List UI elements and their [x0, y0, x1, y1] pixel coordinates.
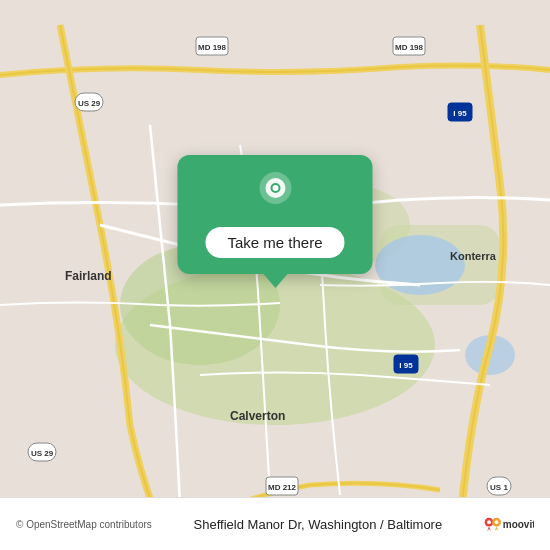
popup-card: Take me there: [177, 155, 372, 274]
bottom-bar: © OpenStreetMap contributors Sheffield M…: [0, 497, 550, 550]
osm-attribution: © OpenStreetMap contributors: [16, 519, 152, 530]
svg-point-29: [272, 185, 278, 191]
address-section: Sheffield Manor Dr, Washington / Baltimo…: [152, 515, 484, 533]
svg-point-32: [487, 520, 491, 524]
moovit-icon: moovit: [484, 508, 534, 540]
take-me-there-button[interactable]: Take me there: [205, 227, 344, 258]
svg-point-34: [495, 520, 499, 524]
svg-text:Fairland: Fairland: [65, 269, 112, 283]
attribution-section: © OpenStreetMap contributors: [16, 519, 152, 530]
map-container: MD 198 US 29 MD 198 I 95 I 95 MD 212 US …: [0, 0, 550, 550]
svg-text:I 95: I 95: [399, 361, 413, 370]
svg-text:Calverton: Calverton: [230, 409, 285, 423]
svg-text:MD 198: MD 198: [198, 43, 227, 52]
svg-text:US 1: US 1: [490, 483, 508, 492]
svg-text:I 95: I 95: [453, 109, 467, 118]
svg-text:US 29: US 29: [31, 449, 54, 458]
svg-text:MD 198: MD 198: [395, 43, 424, 52]
address-text: Sheffield Manor Dr, Washington / Baltimo…: [194, 517, 443, 532]
svg-text:Konterra: Konterra: [450, 250, 497, 262]
moovit-logo: moovit: [484, 508, 534, 540]
svg-text:US 29: US 29: [78, 99, 101, 108]
location-pin-icon: [251, 169, 299, 217]
svg-text:moovit: moovit: [503, 519, 534, 530]
svg-text:MD 212: MD 212: [268, 483, 297, 492]
